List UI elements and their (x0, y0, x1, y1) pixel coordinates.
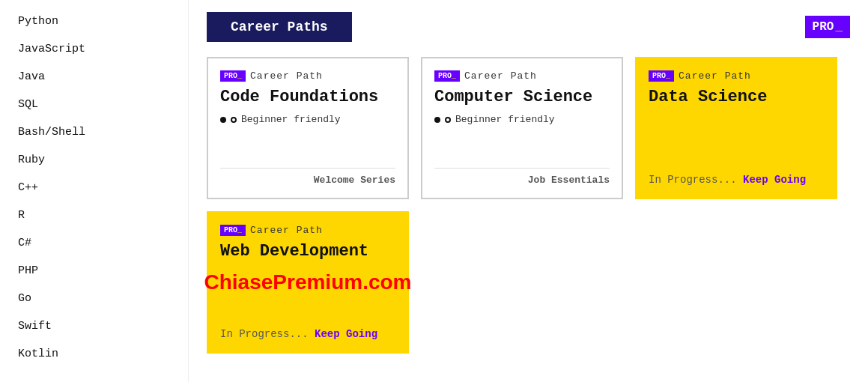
in-progress-label: In Progress... (649, 174, 743, 186)
dot-empty-icon (231, 117, 237, 123)
card-title: Web Development (220, 242, 395, 261)
card-title: Computer Science (434, 88, 610, 106)
dot-empty-icon (445, 117, 451, 123)
card-label-row: PRO_Career Path (649, 70, 824, 82)
career-paths-title: Career Paths (207, 12, 352, 42)
card-type-label: Career Path (464, 70, 537, 82)
card-data-science[interactable]: PRO_Career PathData ScienceIn Progress..… (635, 57, 837, 199)
in-progress-row: In Progress... Keep Going (220, 322, 395, 340)
sidebar-item-go[interactable]: Go (0, 285, 188, 312)
sidebar: PythonJavaScriptJavaSQLBash/ShellRubyC++… (0, 0, 189, 382)
sidebar-item-c[interactable]: C++ (0, 174, 188, 201)
card-title: Code Foundations (220, 88, 395, 106)
card-type-label: Career Path (679, 70, 751, 82)
header-row: Career Paths PRO _ (207, 12, 850, 42)
pro-badge-top-underscore: _ (835, 20, 843, 34)
pro-badge-small: PRO_ (220, 70, 246, 82)
sidebar-item-ruby[interactable]: Ruby (0, 146, 188, 174)
card-subtitle: Beginner friendly (434, 114, 610, 125)
dot-filled-icon (434, 117, 440, 123)
card-code-foundations[interactable]: PRO_Career PathCode FoundationsBeginner … (207, 57, 409, 199)
pro-badge-small: PRO_ (434, 70, 460, 82)
sidebar-item-sql[interactable]: SQL (0, 91, 188, 118)
keep-going-link[interactable]: Keep Going (743, 174, 806, 186)
card-footer: Welcome Series (220, 168, 395, 186)
card-web-development[interactable]: PRO_Career PathWeb DevelopmentIn Progres… (207, 211, 409, 354)
sidebar-item-php[interactable]: PHP (0, 257, 188, 285)
dot-filled-icon (220, 117, 226, 123)
pro-badge-top: PRO _ (805, 16, 850, 38)
card-computer-science[interactable]: PRO_Career PathComputer ScienceBeginner … (421, 57, 623, 199)
sidebar-item-c[interactable]: C# (0, 229, 188, 257)
card-title: Data Science (649, 88, 824, 106)
card-type-label: Career Path (250, 70, 323, 82)
sidebar-item-swift[interactable]: Swift (0, 312, 188, 340)
sidebar-item-bashshell[interactable]: Bash/Shell (0, 118, 188, 146)
subtitle-text: Beginner friendly (455, 114, 555, 125)
pro-badge-top-label: PRO (813, 20, 834, 34)
sidebar-item-r[interactable]: R (0, 201, 188, 229)
sidebar-item-java[interactable]: Java (0, 63, 188, 91)
card-label-row: PRO_Career Path (220, 225, 395, 236)
main-content: Career Paths PRO _ PRO_Career PathCode F… (189, 0, 868, 382)
card-type-label: Career Path (250, 225, 323, 236)
card-subtitle: Beginner friendly (220, 114, 395, 125)
keep-going-link[interactable]: Keep Going (315, 328, 377, 340)
cards-grid: PRO_Career PathCode FoundationsBeginner … (207, 57, 850, 354)
pro-badge-small: PRO_ (220, 225, 246, 236)
sidebar-item-kotlin[interactable]: Kotlin (0, 340, 188, 368)
card-label-row: PRO_Career Path (220, 70, 395, 82)
sidebar-item-python[interactable]: Python (0, 7, 188, 35)
sidebar-item-javascript[interactable]: JavaScript (0, 35, 188, 63)
pro-badge-small: PRO_ (649, 70, 674, 82)
card-footer: Job Essentials (434, 168, 610, 186)
in-progress-label: In Progress... (220, 328, 315, 340)
in-progress-row: In Progress... Keep Going (649, 168, 824, 186)
card-label-row: PRO_Career Path (434, 70, 610, 82)
subtitle-text: Beginner friendly (241, 114, 341, 125)
